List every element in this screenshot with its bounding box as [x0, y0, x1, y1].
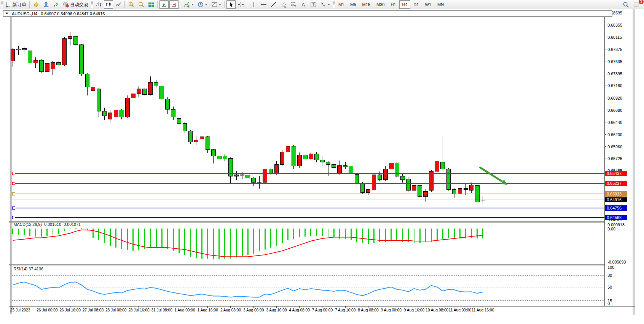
community-user-icon	[43, 2, 49, 8]
svg-text:RSI(14) 37.4136: RSI(14) 37.4136	[13, 267, 43, 271]
svg-text:7 Aug 16:00: 7 Aug 16:00	[335, 308, 356, 312]
line-chart-button[interactable]	[114, 0, 123, 9]
svg-text:0.64916: 0.64916	[607, 197, 622, 202]
zoom-out-icon	[138, 2, 144, 8]
price-line-label[interactable]: 0.64568	[605, 215, 627, 220]
timeframe-group: M1M5M15M30H1H4D1W1MN	[335, 0, 447, 9]
svg-text:0.66920: 0.66920	[607, 96, 622, 100]
svg-text:0.67395: 0.67395	[607, 71, 622, 76]
periods-button[interactable]	[196, 0, 209, 9]
chart-shift-button[interactable]	[159, 0, 169, 9]
auto-scroll-button[interactable]	[169, 0, 179, 9]
auto-scroll-icon	[171, 2, 177, 8]
new-order-button[interactable]: 新订单	[4, 0, 28, 9]
svg-text:0.67875: 0.67875	[607, 47, 622, 52]
svg-text:2 Aug 08:00: 2 Aug 08:00	[220, 308, 241, 312]
main-toolbar: 新订单 自动交易	[0, 0, 644, 9]
trading-platform-window: 新订单 自动交易	[0, 0, 644, 324]
toolbar-grip[interactable]	[91, 1, 93, 8]
svg-text:4 Aug 08:00: 4 Aug 08:00	[289, 308, 310, 312]
search-button[interactable]	[621, 0, 631, 9]
timeframe-button-h4[interactable]: H4	[399, 0, 410, 9]
svg-text:0.66440: 0.66440	[607, 120, 622, 125]
signals-icon	[53, 2, 59, 8]
metaeditor-button[interactable]	[32, 0, 41, 9]
autotrading-icon	[63, 2, 69, 8]
channel-tool-button[interactable]: E	[279, 0, 288, 9]
clock-icon	[198, 2, 204, 8]
autotrading-button[interactable]: 自动交易	[61, 0, 90, 9]
templates-button[interactable]	[210, 0, 223, 9]
timeframe-button-d1[interactable]: D1	[411, 0, 422, 9]
signals-button[interactable]	[51, 0, 61, 9]
toolbar-grip[interactable]	[333, 1, 335, 8]
chart-shift-icon	[161, 2, 167, 8]
svg-text:0.64756: 0.64756	[607, 206, 622, 210]
zoom-in-icon	[128, 2, 134, 8]
zoom-in-button[interactable]	[127, 0, 136, 9]
metaeditor-icon	[33, 2, 39, 8]
svg-text:28 Jul 00:00: 28 Jul 00:00	[105, 308, 127, 312]
cursor-button[interactable]	[226, 0, 236, 9]
tile-windows-icon	[148, 2, 154, 8]
price-line-label[interactable]: 0.65437	[605, 171, 627, 176]
toolbar-separator	[157, 1, 158, 8]
indicators-button[interactable]	[182, 0, 195, 9]
collapse-triangle-icon	[5, 13, 8, 14]
chart-window-titlebar[interactable]: AUDUSD-,H4 0.64907 0.64996 0.64847 0.649…	[3, 10, 612, 17]
arrows-tool-button[interactable]	[319, 0, 332, 9]
timeframe-button-mn[interactable]: MN	[435, 0, 446, 9]
svg-text:3 Aug 16:00: 3 Aug 16:00	[266, 308, 287, 312]
timeframe-button-m30[interactable]: M30	[374, 0, 387, 9]
svg-text:0.65725: 0.65725	[607, 156, 622, 161]
timeframe-button-m5[interactable]: M5	[348, 0, 359, 9]
zoom-out-button[interactable]	[137, 0, 146, 9]
svg-text:0.64568: 0.64568	[607, 215, 622, 220]
svg-text:8 Aug 08:00: 8 Aug 08:00	[358, 308, 379, 312]
dropdown-caret-icon	[219, 4, 221, 5]
toolbar-grip[interactable]	[1, 1, 3, 8]
text-tool-icon: A	[300, 2, 306, 8]
search-icon	[623, 2, 629, 8]
notification-badge[interactable]: 1	[638, 0, 644, 5]
cursor-arrow-icon	[228, 2, 234, 8]
timeframe-button-w1[interactable]: W1	[422, 0, 434, 9]
svg-text:0.66680: 0.66680	[607, 108, 622, 113]
svg-text:0.65960: 0.65960	[607, 145, 622, 149]
chart-canvas[interactable]: 0.685950.683550.681150.678750.676350.673…	[0, 9, 644, 324]
vertical-line-tool-button[interactable]	[249, 0, 258, 9]
svg-text:0.65237: 0.65237	[607, 181, 622, 186]
timeframe-button-h1[interactable]: H1	[388, 0, 399, 9]
svg-text:0.66200: 0.66200	[607, 132, 622, 137]
price-line-label[interactable]: 0.64756	[605, 205, 627, 211]
timeframe-button-m15[interactable]: M15	[360, 0, 373, 9]
community-button[interactable]	[41, 0, 51, 9]
svg-text:28 Jul 16:00: 28 Jul 16:00	[128, 308, 150, 312]
line-chart-icon	[115, 2, 121, 8]
price-line-label[interactable]: 0.65237	[605, 181, 627, 186]
price-line-label[interactable]: 0.64916	[605, 197, 627, 203]
price-line-label[interactable]: 0.65033	[605, 191, 627, 197]
text-tool-button[interactable]: A	[299, 0, 308, 9]
candlestick-chart-icon	[105, 2, 112, 8]
tile-windows-button[interactable]	[147, 0, 156, 9]
candlestick-chart-button[interactable]	[104, 0, 113, 9]
label-tool-button[interactable]: T	[309, 0, 318, 9]
toolbar-separator	[124, 1, 125, 8]
toolbar-separator	[29, 1, 30, 8]
crosshair-button[interactable]	[236, 0, 245, 9]
svg-text:9 Aug 00:00: 9 Aug 00:00	[381, 308, 402, 312]
timeframe-button-m1[interactable]: M1	[336, 0, 347, 9]
bar-chart-button[interactable]	[94, 0, 103, 9]
svg-text:26 Jul 00:00: 26 Jul 00:00	[37, 308, 58, 312]
svg-text:-0.005093: -0.005093	[607, 260, 626, 264]
svg-text:E: E	[284, 5, 286, 8]
trendline-tool-button[interactable]	[269, 0, 278, 9]
fibonacci-tool-button[interactable]: F	[289, 0, 298, 9]
new-order-label: 新订单	[13, 2, 26, 8]
horizontal-line-tool-button[interactable]	[259, 0, 268, 9]
template-icon	[211, 2, 217, 8]
dropdown-caret-icon	[191, 4, 194, 5]
crosshair-icon	[238, 2, 244, 8]
svg-text:0.00: 0.00	[607, 227, 615, 231]
